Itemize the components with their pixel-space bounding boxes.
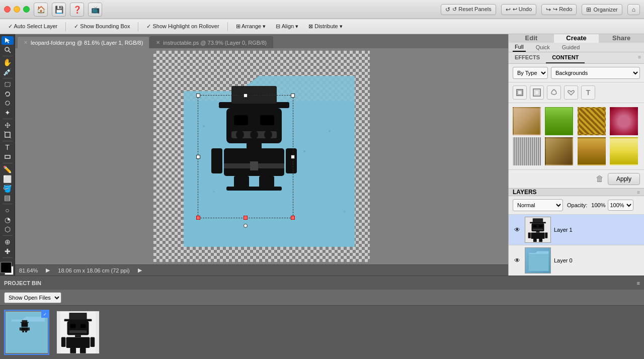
layer-0-item[interactable]: 👁 Layer 0 xyxy=(509,245,644,276)
organizer-button[interactable]: ⊞ Organizer xyxy=(582,4,622,15)
content-tab[interactable]: CONTENT xyxy=(546,52,585,63)
tab-create[interactable]: Create xyxy=(554,34,599,43)
minimize-button[interactable] xyxy=(14,6,20,13)
quick-selection-tool[interactable] xyxy=(2,99,14,108)
undo-button[interactable]: ↩ ↩ Undo xyxy=(501,4,536,15)
svg-rect-34 xyxy=(226,187,282,191)
tab-close-btn[interactable]: ✕ xyxy=(24,40,28,45)
fill-tool[interactable]: 🪣 xyxy=(2,184,14,193)
eyedropper-tool[interactable]: 💉 xyxy=(2,68,14,76)
healing-tool[interactable]: ✚ xyxy=(2,247,14,255)
hand-tool[interactable]: ✋ xyxy=(2,58,14,67)
type-tool[interactable]: T xyxy=(2,143,14,152)
leaf-icon-btn[interactable] xyxy=(547,85,561,100)
file-thumb-1[interactable]: ✓ xyxy=(4,310,49,355)
align-menu[interactable]: ⊟ Align ▾ xyxy=(272,22,302,31)
filter-by-type-select[interactable]: By Type xyxy=(513,67,548,79)
svg-rect-57 xyxy=(20,327,21,330)
select-tool[interactable] xyxy=(2,36,14,45)
lasso-tool[interactable] xyxy=(2,90,14,99)
text-icon-btn[interactable]: T xyxy=(581,85,595,100)
tab-share[interactable]: Share xyxy=(599,34,644,43)
layers-panel-expand[interactable]: ≡ xyxy=(637,190,640,195)
project-bin-controls: Show Open Files xyxy=(0,290,644,306)
show-open-files-select[interactable]: Show Open Files xyxy=(4,292,61,303)
save-icon-btn[interactable]: 💾 xyxy=(52,3,66,17)
tool-separator xyxy=(3,56,13,56)
shape-tool[interactable] xyxy=(2,153,14,161)
home-icon-btn[interactable]: 🏠 xyxy=(34,3,48,17)
tool-separator-2 xyxy=(3,78,13,78)
bg-thumb-3[interactable] xyxy=(578,107,606,135)
subtab-full[interactable]: Full xyxy=(513,43,526,52)
svg-point-1 xyxy=(5,47,9,51)
svg-rect-71 xyxy=(91,337,95,347)
svg-rect-47 xyxy=(528,232,531,238)
reset-panels-button[interactable]: ↺ ↺ Reset Panels xyxy=(441,4,496,15)
zoom-tool[interactable] xyxy=(2,46,14,54)
tab-edit[interactable]: Edit xyxy=(509,34,554,43)
panel-main-tabs: Edit Create Share xyxy=(509,34,644,43)
backgrounds-select[interactable]: Backgrounds xyxy=(551,67,640,79)
opacity-label: Opacity: xyxy=(567,202,587,208)
move-tool[interactable] xyxy=(2,121,14,130)
subtab-guided[interactable]: Guided xyxy=(560,43,582,51)
zoom-arrow[interactable]: ▶ xyxy=(46,267,50,274)
tab-leopard-folder[interactable]: ✕ leopard-folder.png @ 81.6% (Layer 1, R… xyxy=(17,36,149,48)
bg-thumb-4[interactable] xyxy=(610,107,638,135)
effects-tab[interactable]: EFFECTS xyxy=(509,52,546,63)
bg-thumb-5[interactable] xyxy=(513,137,541,165)
apply-button[interactable]: Apply xyxy=(608,173,640,185)
distribute-menu[interactable]: ⊠ Distribute ▾ xyxy=(304,22,347,31)
beveled-frame-icon-btn[interactable] xyxy=(530,85,544,100)
foreground-color[interactable] xyxy=(1,262,12,273)
delete-effect-icon[interactable]: 🗑 xyxy=(596,174,604,184)
tab-instructable[interactable]: ✕ instructable.ps @ 73.9% (Layer 0, RGB/… xyxy=(149,36,273,48)
bg-thumb-7[interactable] xyxy=(578,137,606,165)
layer-1-item[interactable]: 👁 Layer 1 xyxy=(509,215,644,245)
arrange-menu[interactable]: ⊞ Arrange ▾ xyxy=(232,22,270,31)
project-bin-expand[interactable]: ≡ xyxy=(637,280,640,286)
dodge-tool[interactable]: ○ xyxy=(2,206,14,215)
bg-thumb-1[interactable] xyxy=(513,107,541,135)
blend-mode-select[interactable]: Normal xyxy=(513,199,563,211)
tabs-bar: ✕ leopard-folder.png @ 81.6% (Layer 1, R… xyxy=(15,34,508,48)
svg-rect-72 xyxy=(70,348,76,353)
bg-thumb-6[interactable] xyxy=(545,137,573,165)
layer-1-visibility[interactable]: 👁 xyxy=(513,225,522,234)
sponge-tool[interactable]: ⬡ xyxy=(2,225,14,233)
close-button[interactable] xyxy=(4,6,11,13)
dim-arrow[interactable]: ▶ xyxy=(138,267,142,274)
file-thumb-2[interactable] xyxy=(55,310,101,355)
frame-icon-btn[interactable] xyxy=(513,85,527,100)
heart-icon-btn[interactable] xyxy=(564,85,578,100)
tab-close-btn-2[interactable]: ✕ xyxy=(156,40,160,45)
show-bounding-box[interactable]: ✓ Show Bounding Box xyxy=(70,22,134,31)
blur-tool[interactable]: ◔ xyxy=(2,216,14,224)
bg-thumb-2[interactable] xyxy=(545,107,573,135)
marquee-tool[interactable] xyxy=(2,80,14,89)
magic-wand-tool[interactable]: ✦ xyxy=(2,109,14,117)
bg-thumb-8[interactable] xyxy=(610,137,638,165)
brush-tool[interactable]: ✏️ xyxy=(2,165,14,174)
svg-line-6 xyxy=(4,131,5,132)
opacity-select[interactable]: 100% xyxy=(608,200,633,211)
subtab-quick[interactable]: Quick xyxy=(534,43,552,51)
home-button[interactable]: ⌂ xyxy=(627,4,640,15)
crop-tool[interactable] xyxy=(2,131,14,139)
svg-rect-30 xyxy=(211,148,222,173)
canvas-viewport[interactable] xyxy=(15,48,508,264)
auto-select-layer[interactable]: ✓ Auto Select Layer xyxy=(4,22,61,31)
panel-collapse-icon[interactable]: ≡ xyxy=(635,52,644,63)
maximize-button[interactable] xyxy=(23,6,30,13)
layer-0-visibility[interactable]: 👁 xyxy=(513,256,522,265)
stamp-tool[interactable]: ⊕ xyxy=(2,238,14,246)
gradient-tool[interactable]: ▤ xyxy=(2,194,14,202)
help-icon-btn[interactable]: ❓ xyxy=(70,3,84,17)
svg-point-23 xyxy=(236,131,244,139)
layer-0-thumbnail xyxy=(525,247,551,274)
eraser-tool[interactable]: ⬜ xyxy=(2,175,14,184)
show-highlight-rollover[interactable]: ✓ Show Highlight on Rollover xyxy=(142,22,223,31)
view-icon-btn[interactable]: 📺 xyxy=(88,3,102,17)
redo-button[interactable]: ↪ ↪ Redo xyxy=(541,4,577,15)
